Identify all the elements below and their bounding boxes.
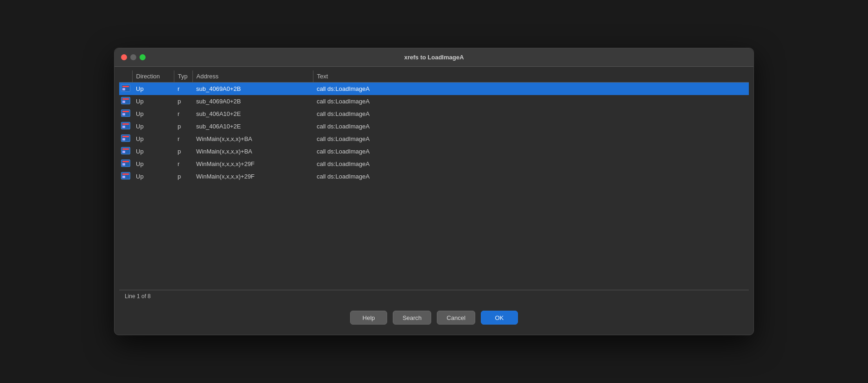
row-type: p — [174, 120, 192, 133]
search-button[interactable]: Search — [393, 311, 431, 325]
row-address: sub_4069A0+2B — [192, 95, 313, 108]
table-row[interactable]: UppWinMain(x,x,x,x)+BAcall ds:LoadImageA — [119, 145, 749, 158]
row-direction: Up — [132, 83, 174, 96]
table-row[interactable]: UprWinMain(x,x,x,x)+29Fcall ds:LoadImage… — [119, 158, 749, 170]
row-icon — [119, 120, 132, 133]
row-text: call ds:LoadImageA — [313, 120, 749, 133]
col-direction-header: Direction — [132, 70, 174, 83]
row-type: r — [174, 158, 192, 170]
function-icon — [121, 172, 130, 179]
table-body: Uprsub_4069A0+2Bcall ds:LoadImageAUppsub… — [119, 83, 749, 183]
row-direction: Up — [132, 170, 174, 183]
row-icon — [119, 83, 132, 96]
row-text: call ds:LoadImageA — [313, 133, 749, 145]
table-row[interactable]: Uprsub_406A10+2Ecall ds:LoadImageA — [119, 108, 749, 120]
row-icon — [119, 95, 132, 108]
col-icon-header — [119, 70, 132, 83]
row-icon — [119, 133, 132, 145]
row-text: call ds:LoadImageA — [313, 95, 749, 108]
function-icon — [121, 122, 130, 129]
maximize-button[interactable] — [140, 54, 146, 60]
row-address: WinMain(x,x,x,x)+29F — [192, 158, 313, 170]
row-text: call ds:LoadImageA — [313, 108, 749, 120]
row-type: r — [174, 133, 192, 145]
row-address: WinMain(x,x,x,x)+BA — [192, 133, 313, 145]
row-address: sub_4069A0+2B — [192, 83, 313, 96]
row-direction: Up — [132, 120, 174, 133]
col-type-header: Typ — [174, 70, 192, 83]
status-bar: Line 1 of 8 — [119, 290, 749, 302]
col-address-header: Address — [192, 70, 313, 83]
row-address: sub_406A10+2E — [192, 108, 313, 120]
status-text: Line 1 of 8 — [125, 293, 151, 300]
row-icon — [119, 108, 132, 120]
row-text: call ds:LoadImageA — [313, 145, 749, 158]
row-type: p — [174, 95, 192, 108]
col-text-header: Text — [313, 70, 749, 83]
table-row[interactable]: Uppsub_4069A0+2Bcall ds:LoadImageA — [119, 95, 749, 108]
function-icon — [121, 147, 130, 154]
row-direction: Up — [132, 95, 174, 108]
close-button[interactable] — [121, 54, 127, 60]
row-type: r — [174, 108, 192, 120]
table-header: Direction Typ Address Text — [119, 70, 749, 83]
row-direction: Up — [132, 133, 174, 145]
table-row[interactable]: Uppsub_406A10+2Ecall ds:LoadImageA — [119, 120, 749, 133]
table-row[interactable]: UppWinMain(x,x,x,x)+29Fcall ds:LoadImage… — [119, 170, 749, 183]
function-icon — [121, 84, 130, 92]
row-type: p — [174, 170, 192, 183]
title-bar: xrefs to LoadImageA — [115, 48, 753, 67]
window-title: xrefs to LoadImageA — [404, 54, 464, 61]
minimize-button[interactable] — [130, 54, 136, 60]
row-type: r — [174, 83, 192, 96]
button-row: Help Search Cancel OK — [115, 302, 753, 335]
row-icon — [119, 158, 132, 170]
cancel-button[interactable]: Cancel — [437, 311, 475, 325]
xrefs-table-container: Direction Typ Address Text Uprsub_4069A0… — [119, 70, 749, 288]
xrefs-table: Direction Typ Address Text Uprsub_4069A0… — [119, 70, 749, 183]
row-type: p — [174, 145, 192, 158]
function-icon — [121, 160, 130, 167]
row-icon — [119, 145, 132, 158]
help-button[interactable]: Help — [350, 311, 387, 325]
function-icon — [121, 97, 130, 104]
row-address: sub_406A10+2E — [192, 120, 313, 133]
row-direction: Up — [132, 108, 174, 120]
row-text: call ds:LoadImageA — [313, 158, 749, 170]
dialog-window: xrefs to LoadImageA Direction Typ Addres… — [114, 48, 754, 335]
row-text: call ds:LoadImageA — [313, 83, 749, 96]
table-row[interactable]: Uprsub_4069A0+2Bcall ds:LoadImageA — [119, 83, 749, 96]
row-address: WinMain(x,x,x,x)+BA — [192, 145, 313, 158]
traffic-lights — [121, 54, 146, 60]
function-icon — [121, 134, 130, 142]
row-address: WinMain(x,x,x,x)+29F — [192, 170, 313, 183]
row-text: call ds:LoadImageA — [313, 170, 749, 183]
row-direction: Up — [132, 158, 174, 170]
ok-button[interactable]: OK — [481, 311, 518, 325]
function-icon — [121, 109, 130, 117]
table-row[interactable]: UprWinMain(x,x,x,x)+BAcall ds:LoadImageA — [119, 133, 749, 145]
row-icon — [119, 170, 132, 183]
row-direction: Up — [132, 145, 174, 158]
